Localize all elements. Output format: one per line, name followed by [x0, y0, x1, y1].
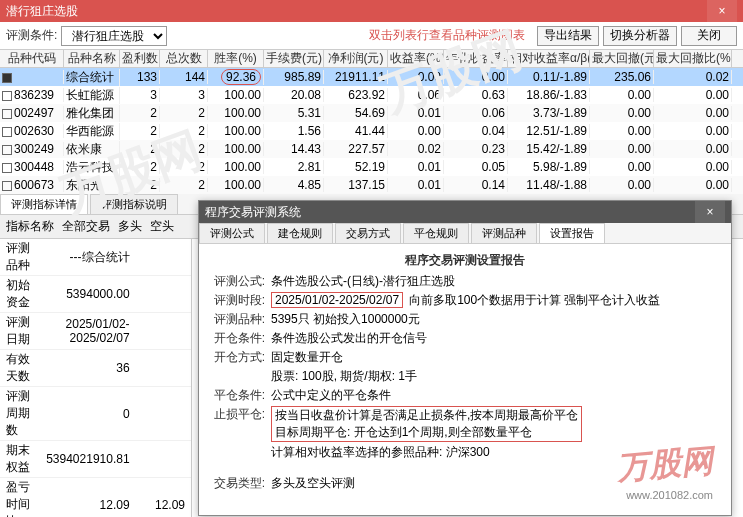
col-header[interactable]: 最大回撤比(%)	[654, 50, 732, 67]
export-button[interactable]: 导出结果	[537, 26, 599, 46]
modal-tab[interactable]: 设置报告	[539, 223, 605, 243]
items-value: 5395只 初始投入1000000元	[271, 311, 420, 328]
open-value: 条件选股公式发出的开仓信号	[271, 330, 427, 347]
cell: 100.00	[208, 124, 264, 138]
cell: 0.00	[444, 70, 508, 84]
close-button[interactable]: 关闭	[681, 26, 737, 46]
cell: 2	[160, 142, 208, 156]
col-header[interactable]: 品种代码	[0, 50, 64, 67]
col-header[interactable]: 收益率(%)	[388, 50, 444, 67]
modal-tab[interactable]: 平仓规则	[403, 223, 469, 243]
stop-label: 止损平仓:	[207, 406, 265, 423]
filter-short[interactable]: 空头	[150, 218, 174, 235]
col-header[interactable]: 总次数	[160, 50, 208, 67]
cell: 92.36	[208, 69, 264, 85]
modal-tab[interactable]: 建仓规则	[267, 223, 333, 243]
table-row[interactable]: 002630华西能源22100.001.5641.440.000.0412.51…	[0, 122, 743, 140]
col-header[interactable]: 手续费(元)	[264, 50, 324, 67]
stop-value: 按当日收盘价计算是否满足止损条件,按本周期最高价平仓	[275, 407, 578, 424]
tab-desc[interactable]: 评测指标说明	[90, 194, 178, 214]
detail-row: 评测品种---综合统计	[0, 239, 191, 276]
cell: 12.51/-1.89	[508, 124, 590, 138]
cell: 300448	[0, 160, 64, 174]
cell: 100.00	[208, 106, 264, 120]
table-row[interactable]: 836239长虹能源33100.0020.08623.920.060.6318.…	[0, 86, 743, 104]
checkbox-icon[interactable]	[2, 163, 12, 173]
modal-tab[interactable]: 评测公式	[199, 223, 265, 243]
checkbox-icon[interactable]	[2, 145, 12, 155]
method-label: 开仓方式:	[207, 349, 265, 366]
cell: 300249	[0, 142, 64, 156]
cell: 依米康	[64, 141, 120, 158]
cell: 2	[160, 124, 208, 138]
col-header[interactable]: 胜率(%)	[208, 50, 264, 67]
cell: 623.92	[324, 88, 388, 102]
cell: 2.81	[264, 160, 324, 174]
col-header[interactable]: 年化收益率(%)	[444, 50, 508, 67]
cell: 2	[120, 178, 160, 192]
modal-tab[interactable]: 交易方式	[335, 223, 401, 243]
tab-detail[interactable]: 评测指标详情	[0, 194, 88, 214]
cell: 0.00	[590, 124, 654, 138]
cell: 0.00	[654, 106, 732, 120]
filter-long[interactable]: 多头	[118, 218, 142, 235]
modal-tab[interactable]: 评测品种	[471, 223, 537, 243]
col-header[interactable]: 净利润(元)	[324, 50, 388, 67]
detail-row: 期末权益5394021910.81	[0, 441, 191, 478]
checkbox-icon[interactable]	[2, 127, 12, 137]
cell: 长虹能源	[64, 87, 120, 104]
type-label: 交易类型:	[207, 475, 265, 492]
period-label: 评测时段:	[207, 292, 265, 309]
cell: 985.89	[264, 70, 324, 84]
checkbox-icon[interactable]	[2, 181, 12, 191]
cell: 15.42/-1.89	[508, 142, 590, 156]
cell: 52.19	[324, 160, 388, 174]
close-icon[interactable]: ×	[707, 0, 737, 22]
cell: 0.00	[654, 160, 732, 174]
items-label: 评测品种:	[207, 311, 265, 328]
detail-left: 评测品种---综合统计初始资金5394000.00评测日期2025/01/02-…	[0, 239, 192, 517]
cell: 综合统计	[64, 69, 120, 86]
cell: 100.00	[208, 178, 264, 192]
target-value: 目标周期平仓: 开仓达到1个周期,则全部数量平仓	[275, 424, 578, 441]
cell: 2	[120, 124, 160, 138]
criteria-select[interactable]: 潜行狙庄选股	[61, 26, 167, 46]
watermark-url: www.201082.com	[626, 489, 713, 501]
checkbox-icon[interactable]	[2, 91, 12, 101]
lot-value: 股票: 100股, 期货/期权: 1手	[271, 368, 417, 385]
table-row[interactable]: 综合统计13314492.36985.8921911.110.000.000.1…	[0, 68, 743, 86]
col-header[interactable]: 品种名称	[64, 50, 120, 67]
checkbox-icon[interactable]	[2, 109, 12, 119]
col-header[interactable]: 盈利数	[120, 50, 160, 67]
cell: 137.15	[324, 178, 388, 192]
type-value: 多头及空头评测	[271, 475, 355, 492]
cell: 14.43	[264, 142, 324, 156]
modal-body: 程序交易评测设置报告 评测公式:条件选股公式-(日线)-潜行狙庄选股 评测时段:…	[199, 244, 731, 498]
report-title: 程序交易评测设置报告	[207, 252, 723, 269]
modal-close-icon[interactable]: ×	[695, 201, 725, 223]
cell: 5.98/-1.89	[508, 160, 590, 174]
cell: 4.85	[264, 178, 324, 192]
stop-box: 按当日收盘价计算是否满足止损条件,按本周期最高价平仓 目标周期平仓: 开仓达到1…	[271, 406, 582, 442]
detail-row: 评测日期2025/01/02-2025/02/07	[0, 313, 191, 350]
cell: 133	[120, 70, 160, 84]
cell: 0.11/-1.89	[508, 70, 590, 84]
period-value: 2025/01/02-2025/02/07	[271, 292, 403, 308]
cell: 雅化集团	[64, 105, 120, 122]
cell: 0.00	[590, 160, 654, 174]
col-header[interactable]: 相对收益率α/β(%)	[508, 50, 590, 67]
cell: 0.02	[654, 70, 732, 84]
table-row[interactable]: 300249依米康22100.0014.43227.570.020.2315.4…	[0, 140, 743, 158]
cell: 1.56	[264, 124, 324, 138]
cell: 浩云科技	[64, 159, 120, 176]
detail-row: 盈亏时间比12.0912.09	[0, 478, 191, 518]
table-row[interactable]: 002497雅化集团22100.005.3154.690.010.063.73/…	[0, 104, 743, 122]
checkbox-icon[interactable]	[2, 73, 12, 83]
filter-all[interactable]: 全部交易	[62, 218, 110, 235]
table-row[interactable]: 300448浩云科技22100.002.8152.190.010.055.98/…	[0, 158, 743, 176]
col-header[interactable]: 最大回撤(元)	[590, 50, 654, 67]
cell: 2	[120, 160, 160, 174]
table-row[interactable]: 600673东阳光22100.004.85137.150.010.1411.48…	[0, 176, 743, 194]
switch-analyzer-button[interactable]: 切换分析器	[603, 26, 677, 46]
cell: 东阳光	[64, 177, 120, 194]
